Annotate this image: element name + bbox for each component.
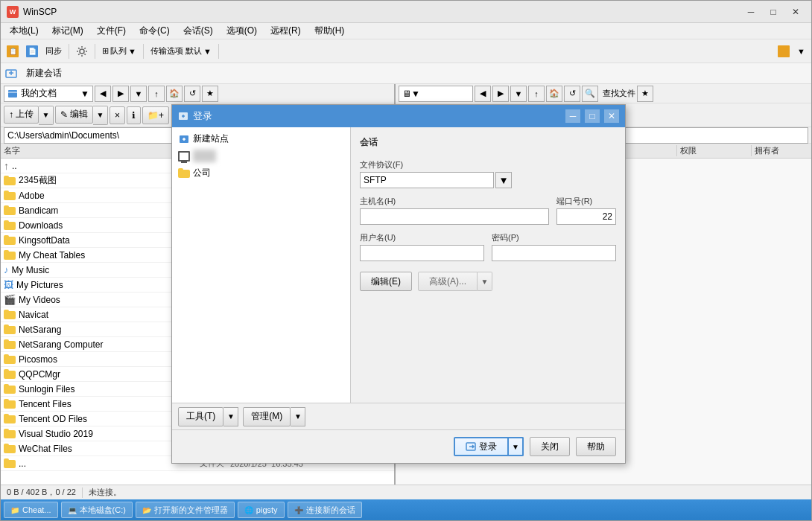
tb-right-btn2[interactable]: ▼ bbox=[794, 42, 808, 61]
left-filter-btn[interactable]: ▼ bbox=[130, 86, 147, 102]
folder-icon-navicat bbox=[4, 310, 16, 319]
svg-point-0 bbox=[80, 49, 84, 54]
toolbar-sep1 bbox=[69, 44, 69, 59]
my-docs-icon bbox=[7, 89, 18, 99]
right-filter-btn[interactable]: ▼ bbox=[510, 86, 527, 102]
taskbar-item-4[interactable]: ➕ 连接新的会话 bbox=[288, 502, 362, 518]
tb-sync-btn[interactable]: 同步 bbox=[42, 42, 65, 61]
newsite-icon bbox=[178, 133, 190, 145]
right-back-btn[interactable]: ◀ bbox=[475, 86, 491, 102]
new-folder-button[interactable]: 📁+ bbox=[142, 106, 169, 124]
menu-local[interactable]: 本地(L) bbox=[4, 23, 45, 39]
help-button[interactable]: 帮助 bbox=[576, 437, 616, 456]
login-button[interactable]: 登录 bbox=[454, 437, 509, 456]
file-name-vs2019: Visual Studio 2019 bbox=[1, 429, 168, 439]
menu-mark[interactable]: 标记(M) bbox=[46, 23, 89, 39]
protocol-dropdown-btn[interactable]: ▼ bbox=[495, 172, 512, 188]
toolbar-sep2 bbox=[95, 44, 95, 59]
left-panel-toolbar: 我的文档 ▼ ◀ ▶ ▼ ↑ 🏠 ↺ ★ bbox=[1, 84, 394, 103]
right-home-btn[interactable]: 🏠 bbox=[546, 86, 562, 102]
port-label: 端口号(R) bbox=[556, 196, 616, 207]
delete-button[interactable]: × bbox=[110, 106, 125, 124]
left-forward-btn[interactable]: ▶ bbox=[112, 86, 129, 102]
minimize-button[interactable]: ─ bbox=[741, 4, 761, 19]
close-button[interactable]: ✕ bbox=[786, 4, 805, 19]
manage-button[interactable]: 管理(M) bbox=[243, 407, 291, 426]
left-refresh-btn[interactable]: ↺ bbox=[184, 86, 200, 102]
tb-copy-btn[interactable]: 📋 bbox=[4, 42, 22, 61]
file-name-tencent-files: Tencent Files bbox=[1, 399, 168, 409]
right-up-btn[interactable]: ↑ bbox=[528, 86, 545, 102]
status-bar: 0 B / 402 B，0 / 22 未连接。 bbox=[1, 485, 811, 499]
menu-file[interactable]: 文件(F) bbox=[91, 23, 132, 39]
manage-btn-group: 管理(M) ▼ bbox=[243, 407, 305, 426]
tools-dropdown[interactable]: ▼ bbox=[223, 407, 238, 426]
taskbar-item-0[interactable]: 📁 Cheat... bbox=[4, 502, 58, 518]
manage-dropdown[interactable]: ▼ bbox=[291, 407, 305, 426]
tools-button[interactable]: 工具(T) bbox=[178, 407, 223, 426]
tb-paste-btn[interactable]: 📄 bbox=[23, 42, 41, 61]
tb-queue-btn[interactable]: ⊞ 队列 ▼ bbox=[99, 42, 139, 61]
user-input[interactable] bbox=[360, 245, 484, 261]
properties-button[interactable]: ℹ bbox=[127, 106, 141, 124]
tb-transfer-btn[interactable]: 传输选项 默认 ▼ bbox=[148, 42, 215, 61]
menu-session[interactable]: 会话(S) bbox=[177, 23, 219, 39]
folder-icon-cheattables bbox=[4, 250, 16, 260]
taskbar-item-2[interactable]: 📂 打开新的文件管理器 bbox=[136, 502, 235, 518]
left-up-btn[interactable]: ↑ bbox=[148, 86, 165, 102]
tree-item-company[interactable]: 公司 bbox=[175, 164, 347, 182]
protocol-input[interactable] bbox=[360, 172, 494, 188]
pass-input[interactable] bbox=[492, 245, 616, 261]
new-session-button[interactable]: 新建会话 bbox=[22, 65, 66, 81]
edit-dropdown[interactable]: ▼ bbox=[93, 106, 108, 125]
close-dialog-button[interactable]: 关闭 bbox=[530, 437, 570, 456]
folder-icon-netsarang bbox=[4, 325, 16, 334]
folder-icon-1 bbox=[4, 191, 16, 200]
login-dropdown[interactable]: ▼ bbox=[509, 437, 524, 456]
edit-button[interactable]: ✎ 编辑 bbox=[55, 106, 93, 124]
right-panel-toolbar: 🖥 ▼ ◀ ▶ ▼ ↑ 🏠 ↺ 🔍 查找文件 ★ bbox=[396, 84, 811, 103]
maximize-button[interactable]: □ bbox=[764, 4, 783, 19]
menu-remote[interactable]: 远程(R) bbox=[264, 23, 307, 39]
left-back-btn[interactable]: ◀ bbox=[95, 86, 111, 102]
menu-help[interactable]: 帮助(H) bbox=[308, 23, 351, 39]
tb-settings-btn[interactable] bbox=[73, 42, 91, 61]
taskbar-item-1[interactable]: 💻 本地磁盘(C:) bbox=[61, 502, 133, 518]
tb-right-btn1[interactable] bbox=[775, 42, 793, 61]
monitor-icon bbox=[178, 151, 190, 162]
upload-dropdown[interactable]: ▼ bbox=[39, 106, 54, 125]
edit-session-button[interactable]: 编辑(E) bbox=[360, 272, 412, 291]
port-input[interactable] bbox=[556, 208, 616, 225]
right-bookmark-btn[interactable]: ★ bbox=[637, 86, 653, 102]
file-name-partial: ... bbox=[1, 458, 168, 469]
right-forward-btn[interactable]: ▶ bbox=[492, 86, 509, 102]
upload-button[interactable]: ↑ 上传 bbox=[4, 106, 39, 124]
tree-item-newsite[interactable]: 新建站点 bbox=[175, 130, 347, 147]
company-folder-icon bbox=[178, 168, 190, 178]
right-search-btn[interactable]: 🔍 bbox=[582, 86, 598, 102]
right-col-owner[interactable]: 拥有者 bbox=[752, 145, 811, 156]
folder-icon-0 bbox=[4, 176, 16, 185]
left-home-btn[interactable]: 🏠 bbox=[166, 86, 183, 102]
taskbar-item-3[interactable]: 🌐 pigsty bbox=[238, 502, 285, 518]
menu-command[interactable]: 命令(C) bbox=[133, 23, 176, 39]
right-combo[interactable]: 🖥 ▼ bbox=[399, 86, 473, 102]
tree-item-site1[interactable]: 站点1 bbox=[175, 147, 347, 164]
right-col-permissions[interactable]: 权限 bbox=[677, 145, 752, 156]
folder-icon-netsarang-computer bbox=[4, 339, 16, 349]
right-refresh-btn[interactable]: ↺ bbox=[564, 86, 580, 102]
my-docs-combo[interactable]: 我的文档 ▼ bbox=[4, 86, 93, 102]
dialog-min-btn[interactable]: ─ bbox=[565, 109, 580, 123]
edit-btn-group: ✎ 编辑 ▼ bbox=[55, 106, 108, 125]
host-input[interactable] bbox=[360, 208, 549, 225]
pass-group: 密码(P) bbox=[492, 232, 616, 261]
dialog-max-btn[interactable]: □ bbox=[585, 109, 600, 123]
menu-options[interactable]: 选项(O) bbox=[221, 23, 263, 39]
user-pass-row: 用户名(U) 密码(P) bbox=[360, 232, 616, 261]
advanced-button[interactable]: 高级(A)... bbox=[418, 272, 478, 291]
folder-icon-sunlogin bbox=[4, 384, 16, 394]
advanced-dropdown[interactable]: ▼ bbox=[478, 272, 492, 291]
left-bookmark-btn[interactable]: ★ bbox=[202, 86, 218, 102]
folder-icon-2 bbox=[4, 205, 16, 215]
dialog-close-btn[interactable]: ✕ bbox=[604, 109, 619, 123]
